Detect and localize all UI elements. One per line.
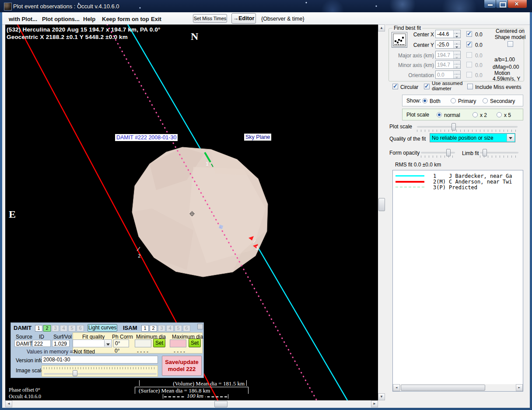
legend-name-3: Predicted	[449, 184, 477, 191]
menu-item-help[interactable]: Help	[83, 16, 95, 22]
legend-swatch-chord1	[396, 175, 424, 177]
legend-name-2: C Anderson, near Twi	[449, 179, 512, 185]
editor-button[interactable]: →Editor	[231, 13, 256, 24]
max-dia-field[interactable]	[170, 339, 186, 347]
show-secondary-radio[interactable]	[483, 98, 488, 103]
maximize-button[interactable]	[496, 0, 508, 8]
scroll-right-arrow-icon[interactable]: ►	[371, 400, 378, 407]
dropdown-arrow-icon[interactable]	[507, 134, 514, 141]
show-primary-label: Primary	[458, 98, 476, 104]
image-scale-track[interactable]	[44, 373, 157, 375]
center-x-lock-checkbox[interactable]	[466, 31, 472, 37]
plot-hscroll-thumb[interactable]	[214, 401, 228, 407]
fit-quality-dropdown[interactable]	[73, 339, 112, 347]
centered-on-shape-model-checkbox[interactable]	[508, 41, 513, 47]
center-x-error: 0.0	[475, 32, 483, 38]
legend-scroll-left-icon[interactable]: ◄	[393, 384, 400, 391]
legend-scroll-right-icon[interactable]: ►	[516, 384, 523, 391]
plot-scale-x5-label: x 5	[504, 112, 511, 118]
quality-of-fit-label: Quality of the fit	[389, 136, 426, 142]
fit-quality-arrow-icon[interactable]	[104, 340, 111, 346]
isam-tab-1[interactable]: 1	[141, 325, 149, 332]
damit-title: DAMIT	[14, 325, 32, 331]
plot-scale-x5-radio[interactable]	[497, 112, 502, 117]
set-min-dia-button[interactable]: Set	[153, 339, 165, 347]
circular-label: Circular	[400, 84, 418, 90]
isam-tab-2[interactable]: 2	[150, 325, 157, 332]
show-primary-radio[interactable]	[451, 98, 456, 103]
damit-tab-1[interactable]: 1	[35, 325, 42, 332]
panel-corner-button[interactable]	[197, 324, 203, 329]
plot-vscroll-thumb[interactable]	[378, 198, 385, 211]
plot-scale-normal-radio[interactable]	[437, 112, 442, 117]
scroll-up-arrow-icon[interactable]: ▲	[378, 25, 385, 32]
center-x-value[interactable]: -44.6	[437, 31, 449, 37]
isam-title: ISAM	[123, 325, 137, 331]
legend-swatch-chord2	[396, 181, 424, 183]
ph-corrn-value[interactable]: 0°	[113, 339, 129, 347]
use-assumed-diameter-checkbox[interactable]	[424, 84, 430, 89]
id-header: ID	[39, 334, 44, 340]
plot-header-line2: Geocentric X 2188.2 ±0.1 Y 5448.2 ±0.0 k…	[7, 33, 161, 41]
damit-tab-6: 6	[77, 325, 84, 332]
damit-model-panel: DAMIT 1 2 3 4 5 6 Light curves ISAM 1 2 …	[10, 322, 204, 378]
major-axis-value: 194.7	[437, 52, 450, 58]
save-button-line1: Save/update	[162, 359, 201, 366]
include-miss-events-checkbox[interactable]	[467, 84, 473, 89]
plot-header: (532) Herculina 2020 Aug 15 194.7 x 194.…	[7, 26, 161, 41]
minor-axis-value: 194.7	[437, 62, 450, 68]
legend-num-2: 2(M)	[433, 179, 446, 185]
set-miss-times-button[interactable]: Set Miss Times	[193, 14, 227, 23]
legend-hscroll-thumb[interactable]	[401, 385, 485, 391]
plot-scale-x2-radio[interactable]	[472, 112, 478, 117]
menu-item-exit[interactable]: Exit	[151, 16, 161, 22]
set-max-dia-button[interactable]: Set	[189, 339, 201, 347]
center-y-spinner[interactable]: -25.0	[435, 40, 461, 49]
scroll-down-arrow-icon[interactable]: ▼	[378, 393, 385, 400]
plot-scale-slider-track[interactable]	[417, 126, 518, 127]
legend-name-1: J Bardecker, near Ga	[449, 173, 512, 179]
scroll-left-arrow-icon[interactable]: ◄	[5, 400, 12, 407]
center-x-spinner[interactable]: -44.6	[435, 30, 461, 38]
menu-item-with-plot[interactable]: with Plot...	[9, 16, 37, 22]
image-scale-slider-area	[42, 365, 158, 377]
observer-legend-listbox[interactable]: 1 J Bardecker, near Ga 2(M) C Anderson, …	[392, 170, 523, 392]
maximize-icon	[500, 2, 506, 7]
scatter-chart-icon	[392, 32, 407, 47]
center-x-down-icon[interactable]	[454, 34, 460, 38]
image-scale-thumb[interactable]	[73, 370, 77, 376]
legend-horizontal-scrollbar[interactable]: ◄ ►	[393, 384, 523, 391]
close-button[interactable]: ✕	[508, 0, 527, 8]
light-curves-button[interactable]: Light curves	[88, 324, 117, 332]
center-y-error: 0.0	[475, 42, 483, 48]
plot-scale-slider-ticks	[417, 130, 518, 132]
center-y-down-icon[interactable]	[454, 44, 460, 49]
min-dia-field[interactable]	[135, 339, 151, 347]
scale-bar-label: 100 km	[185, 392, 205, 399]
menu-item-plot-options[interactable]: Plot options...	[42, 16, 80, 22]
limb-fit-label: Limb fit	[462, 150, 479, 156]
id-value[interactable]: 222	[32, 340, 51, 347]
minimize-button[interactable]	[484, 0, 496, 8]
isam-tab-3: 3	[158, 325, 165, 332]
show-both-radio[interactable]	[422, 98, 427, 103]
orientation-error: 0.0	[475, 72, 483, 78]
quality-of-fit-dropdown[interactable]: No reliable position or size	[430, 133, 515, 142]
fit-chart-icon-button[interactable]	[392, 32, 407, 48]
dmag-text: dMag=0.00	[493, 64, 519, 70]
close-icon: ✕	[514, 1, 519, 7]
menu-item-keep-on-top[interactable]: Keep form on top	[102, 16, 149, 22]
fit-quality-header: Fit quality	[82, 334, 105, 340]
damit-tab-2-selected[interactable]: 2	[43, 325, 51, 332]
shape-model	[132, 147, 268, 277]
save-update-model-button[interactable]: Save/update model 222	[162, 356, 202, 376]
plot-horizontal-scrollbar[interactable]: ◄ ►	[5, 400, 378, 408]
major-axis-lock-checkbox	[466, 52, 472, 58]
center-y-lock-checkbox[interactable]	[466, 42, 472, 47]
version-info-field[interactable]: 2008-01-30	[42, 356, 158, 364]
plot-vertical-scrollbar[interactable]: ▲ ▼	[378, 25, 385, 400]
center-y-value[interactable]: -25.0	[437, 42, 449, 48]
north-label: N	[191, 31, 198, 42]
legend-num-1: 1	[433, 173, 436, 179]
circular-checkbox[interactable]	[392, 84, 398, 89]
